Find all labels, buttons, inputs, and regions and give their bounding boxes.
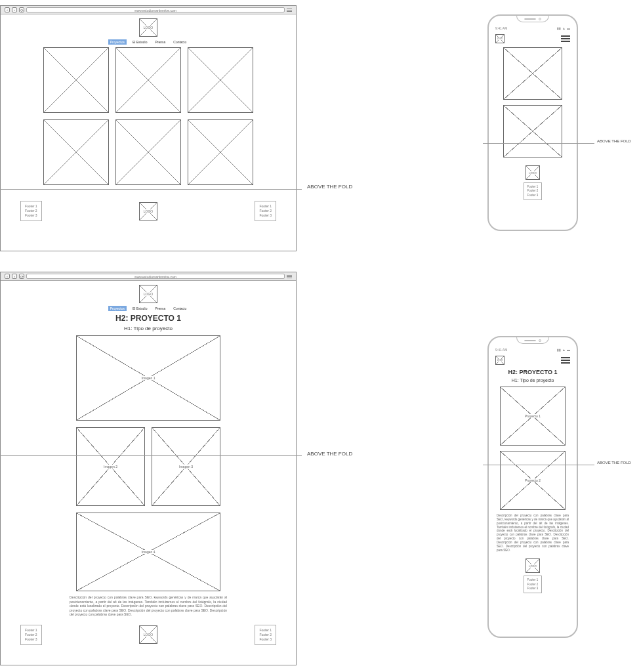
project-thumb[interactable] [188, 119, 253, 185]
project-thumb[interactable] [115, 47, 181, 113]
nav-estudio[interactable]: El Estudio [131, 306, 150, 311]
status-bar: 9:41 AM ▮▮▲▬ [489, 346, 577, 353]
refresh-icon[interactable]: ⟳ [19, 7, 24, 12]
project-image: Imagen 2 [76, 427, 145, 506]
nav-estudio[interactable]: El Estudio [131, 39, 150, 45]
footer: Footer 1Footer 2Footer 3 LOGO Footer 1Fo… [1, 621, 296, 649]
footer-logo: LOGO [139, 625, 157, 644]
menu-icon[interactable] [287, 274, 292, 279]
logo-placeholder: LOGO [495, 34, 505, 43]
project-thumb[interactable] [188, 47, 253, 113]
hamburger-icon[interactable] [561, 35, 570, 42]
fold-label: ABOVE THE FOLD [597, 461, 631, 465]
main-nav: Proyectos El Estudio Prensa Contacto [1, 306, 296, 311]
battery-icon: ▬ [567, 348, 570, 352]
footer-links[interactable]: Footer 1Footer 2Footer 3 [255, 625, 276, 645]
project-thumb[interactable] [503, 105, 562, 158]
back-icon[interactable]: ‹ [5, 7, 10, 12]
logo-placeholder: LOGO [139, 285, 157, 303]
project-h2: H2: PROYECTO 1 [1, 314, 296, 323]
status-bar: 9:41 AM ▮▮▲▬ [489, 25, 577, 32]
project-h1: H1: Tipo de proyecto [1, 326, 296, 331]
footer: LOGO Footer 1Footer 2Footer 3 [495, 163, 570, 203]
fold-line [0, 189, 302, 190]
project-image: Imagen 4 [76, 513, 220, 591]
wifi-icon: ▲ [562, 26, 566, 30]
hamburger-icon[interactable] [561, 357, 570, 364]
footer-links[interactable]: Footer 1Footer 2Footer 3 [255, 201, 276, 221]
fold-line [483, 143, 594, 144]
project-h1: H1: Tipo de proyecto [495, 378, 570, 383]
signal-icon: ▮▮ [557, 26, 561, 30]
footer: LOGO Footer 1Footer 2Footer 3 [495, 556, 570, 596]
back-icon[interactable]: ‹ [5, 274, 10, 279]
main-nav: Proyectos El Estudio Prensa Contacto [1, 39, 296, 45]
logo-placeholder: LOGO [139, 18, 157, 37]
project-thumb[interactable] [43, 119, 109, 185]
refresh-icon[interactable]: ⟳ [19, 274, 24, 279]
nav-contacto[interactable]: Contacto [171, 306, 188, 311]
phone-notch [489, 337, 577, 346]
nav-contacto[interactable]: Contacto [171, 39, 188, 45]
desktop-detail-wireframe: ‹ › ⟳ www.estudiomartinmitre.com LOGO Pr… [0, 272, 297, 665]
project-image: Proyecto 2 [500, 451, 566, 510]
desktop-home-wireframe: ‹ › ⟳ www.estudiomartinmitre.com LOGO Pr… [0, 5, 297, 251]
project-thumb[interactable] [115, 119, 181, 185]
footer-links[interactable]: Footer 1Footer 2Footer 3 [20, 201, 42, 221]
project-grid [1, 47, 296, 185]
fold-label: ABOVE THE FOLD [307, 184, 352, 190]
project-h2: H2: PROYECTO 1 [495, 369, 570, 375]
fold-line [483, 465, 594, 465]
browser-chrome: ‹ › ⟳ www.estudiomartinmitre.com [1, 272, 296, 281]
fold-label: ABOVE THE FOLD [597, 139, 631, 143]
project-thumb[interactable] [43, 47, 109, 113]
nav-prensa[interactable]: Prensa [153, 39, 167, 45]
battery-icon: ▬ [567, 26, 570, 30]
footer: Footer 1Footer 2Footer 3 LOGO Footer 1Fo… [1, 197, 296, 225]
footer-logo: LOGO [139, 202, 157, 220]
project-image: Proyecto 1 [500, 387, 566, 446]
fold-label: ABOVE THE FOLD [307, 451, 352, 457]
fold-line [0, 455, 302, 456]
wifi-icon: ▲ [562, 348, 566, 352]
nav-proyectos[interactable]: Proyectos [108, 306, 127, 311]
mobile-detail-wireframe: 9:41 AM ▮▮▲▬ LOGO H2: PROYECTO 1 H1: Tip… [487, 336, 578, 638]
nav-prensa[interactable]: Prensa [153, 306, 167, 311]
footer-logo: LOGO [526, 165, 540, 180]
hero-image: Imagen 1 [76, 335, 220, 421]
footer-links[interactable]: Footer 1Footer 2Footer 3 [20, 625, 42, 645]
logo-placeholder: LOGO [495, 356, 505, 365]
project-thumb[interactable] [503, 47, 562, 100]
forward-icon[interactable]: › [12, 7, 17, 12]
phone-notch [489, 16, 577, 25]
footer-links[interactable]: Footer 1Footer 2Footer 3 [524, 576, 543, 593]
footer-links[interactable]: Footer 1Footer 2Footer 3 [524, 182, 543, 200]
project-description: Descripción del proyecto con palabras cl… [497, 514, 569, 552]
signal-icon: ▮▮ [557, 348, 561, 352]
footer-logo: LOGO [526, 558, 540, 573]
browser-chrome: ‹ › ⟳ www.estudiomartinmitre.com [1, 6, 296, 14]
mobile-home-wireframe: 9:41 AM ▮▮▲▬ LOGO LOGO Footer 1Footer 2F… [487, 14, 578, 231]
nav-proyectos[interactable]: Proyectos [108, 39, 127, 45]
project-image: Imagen 3 [152, 427, 220, 506]
forward-icon[interactable]: › [12, 274, 17, 279]
url-bar[interactable]: www.estudiomartinmitre.com [26, 7, 285, 12]
url-bar[interactable]: www.estudiomartinmitre.com [26, 274, 285, 279]
menu-icon[interactable] [287, 7, 292, 12]
project-description: Descripción del proyecto con palabras cl… [70, 595, 227, 617]
